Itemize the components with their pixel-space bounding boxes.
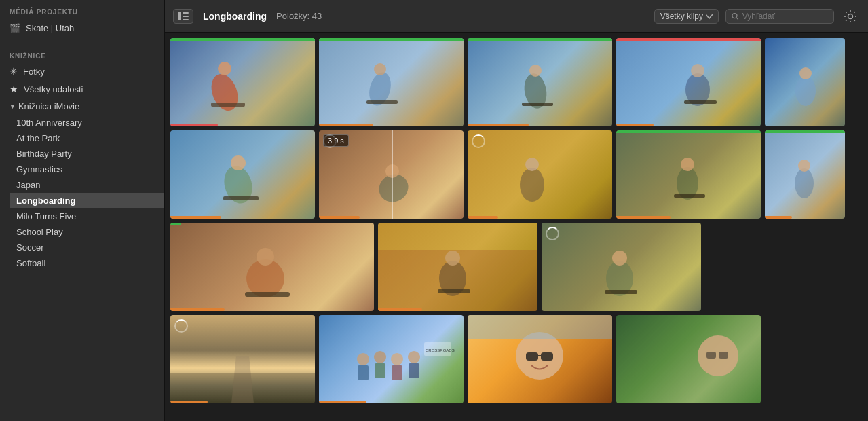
item-label: Longboarding xyxy=(16,196,75,206)
item-label: Soccer xyxy=(16,242,43,253)
svg-rect-53 xyxy=(409,363,419,378)
sidebar-item-fotky[interactable]: ✳ Fotky xyxy=(0,62,164,80)
sidebar-item-gymnastics[interactable]: Gymnastics xyxy=(10,162,164,177)
svg-rect-7 xyxy=(170,38,315,126)
clip-thumb[interactable] xyxy=(542,223,701,311)
svg-rect-10 xyxy=(211,103,245,107)
search-box[interactable] xyxy=(725,9,834,24)
sidebar-item-japan[interactable]: Japan xyxy=(10,177,164,193)
clip-grid: 3,9 s xyxy=(165,33,868,421)
sidebar-item-soccer[interactable]: Soccer xyxy=(10,240,164,255)
sidebar-item-milo-turns-five[interactable]: Milo Turns Five xyxy=(10,208,164,224)
clip-overlay: CROSSROADS xyxy=(319,315,464,403)
top-bar xyxy=(616,130,761,133)
clip-overlay xyxy=(170,223,374,311)
svg-rect-2 xyxy=(183,16,189,17)
svg-point-6 xyxy=(848,14,853,18)
svg-rect-16 xyxy=(522,103,553,106)
sidebar-toggle-button[interactable] xyxy=(173,9,193,24)
svg-rect-64 xyxy=(719,352,728,359)
sidebar-item-birthday-party[interactable]: Birthday Party xyxy=(10,146,164,162)
sidebar-item-label: Všetky udalosti xyxy=(24,84,83,94)
clip-overlay xyxy=(319,38,464,126)
clip-thumb[interactable] xyxy=(616,38,761,126)
clip-overlay xyxy=(170,38,315,126)
sidebar-item-school-play[interactable]: School Play xyxy=(10,224,164,240)
bottom-bar xyxy=(170,308,225,311)
clip-thumb[interactable]: CROSSROADS xyxy=(319,315,464,403)
toolbar-title: Longboarding xyxy=(203,11,267,22)
bottom-bar xyxy=(170,216,221,219)
sidebar-item-at-the-park[interactable]: At the Park xyxy=(10,130,164,146)
item-label: 10th Anniversary xyxy=(16,117,82,128)
star-icon: ★ xyxy=(10,84,18,94)
item-label: Birthday Party xyxy=(16,149,72,159)
svg-point-9 xyxy=(218,62,231,75)
svg-point-39 xyxy=(445,251,460,266)
clip-thumb[interactable]: 3,9 s xyxy=(319,130,464,219)
bottom-bar xyxy=(765,216,792,219)
sidebar-item-softball[interactable]: Softball xyxy=(10,255,164,271)
svg-rect-60 xyxy=(468,315,612,339)
grid-row xyxy=(170,38,863,126)
svg-rect-57 xyxy=(526,352,538,361)
svg-rect-0 xyxy=(178,12,181,20)
svg-rect-24 xyxy=(223,196,259,200)
clip-thumb[interactable] xyxy=(170,315,315,403)
sidebar-item-longboarding[interactable]: Longboarding xyxy=(10,193,164,208)
project-label: Skate | Utah xyxy=(26,23,74,33)
svg-point-18 xyxy=(691,64,704,77)
filter-dropdown[interactable]: Všetky klipy xyxy=(654,9,719,24)
clip-thumb[interactable] xyxy=(468,315,612,403)
clip-thumb[interactable] xyxy=(170,130,315,219)
item-label: Gymnastics xyxy=(16,164,62,175)
clip-thumb[interactable] xyxy=(170,38,315,126)
clip-thumb[interactable] xyxy=(319,38,464,126)
clip-overlay xyxy=(542,223,701,311)
bottom-bar xyxy=(616,216,671,219)
grid-row xyxy=(170,223,863,311)
top-bar xyxy=(765,130,845,133)
sidebar-item-library-root[interactable]: ▼ Knižnica iMovie xyxy=(0,98,164,115)
search-input[interactable] xyxy=(742,12,828,21)
svg-rect-43 xyxy=(605,290,637,294)
svg-point-50 xyxy=(391,353,403,365)
item-label: Japan xyxy=(16,180,40,190)
search-icon xyxy=(732,12,739,20)
clip-thumb[interactable] xyxy=(616,315,761,403)
svg-point-52 xyxy=(408,351,420,363)
svg-rect-3 xyxy=(183,19,189,20)
clip-thumb[interactable] xyxy=(468,130,612,219)
settings-button[interactable] xyxy=(841,7,860,26)
svg-rect-1 xyxy=(183,12,189,14)
chevron-down-icon xyxy=(706,13,713,20)
project-item[interactable]: 🎬 Skate | Utah xyxy=(0,18,164,38)
svg-rect-61 xyxy=(616,315,761,403)
clip-thumb[interactable] xyxy=(378,223,537,311)
svg-point-23 xyxy=(231,155,246,170)
photos-icon: ✳ xyxy=(10,66,18,77)
svg-rect-51 xyxy=(392,365,402,380)
svg-rect-40 xyxy=(438,289,470,293)
svg-rect-31 xyxy=(674,194,705,198)
clip-thumb[interactable] xyxy=(765,38,845,126)
clip-overlay xyxy=(378,223,537,311)
clip-overlay xyxy=(765,38,845,126)
clip-overlay xyxy=(616,315,761,403)
svg-point-32 xyxy=(795,168,814,198)
clip-thumb[interactable] xyxy=(765,130,845,219)
library-name: Knižnica iMovie xyxy=(18,101,79,111)
svg-point-15 xyxy=(529,65,542,77)
toolbar-count: Položky: 43 xyxy=(276,11,322,21)
sidebar-item-vsetky-udalosti[interactable]: ★ Všetky udalosti xyxy=(0,80,164,98)
clip-thumb[interactable] xyxy=(170,223,374,311)
toolbar: Longboarding Položky: 43 Všetky klipy xyxy=(165,0,868,33)
sidebar-item-10th-anniversary[interactable]: 10th Anniversary xyxy=(10,115,164,130)
clip-thumb[interactable] xyxy=(616,130,761,219)
clip-thumb[interactable] xyxy=(468,38,612,126)
filter-label: Všetky klipy xyxy=(660,12,703,21)
svg-rect-19 xyxy=(684,100,717,104)
bottom-bar xyxy=(170,124,218,126)
svg-point-48 xyxy=(374,351,386,363)
main-area: Longboarding Položky: 43 Všetky klipy xyxy=(165,0,868,421)
